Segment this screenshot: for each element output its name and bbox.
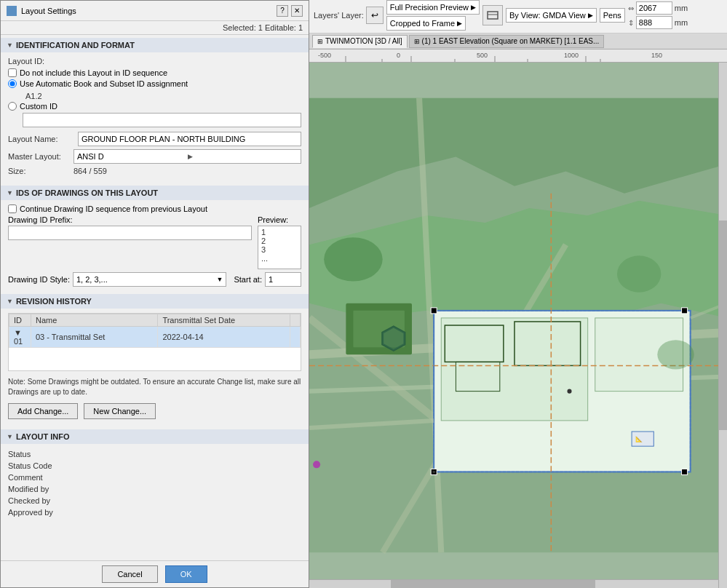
drawing-svg: 📐 [309, 63, 727, 588]
identification-section-header: ▼ IDENTIFICATION AND FORMAT [1, 38, 309, 52]
scrollbar-thumb-v[interactable] [719, 220, 727, 431]
size-row: Size: 864 / 559 [8, 167, 301, 175]
height-input[interactable] [636, 16, 672, 29]
svg-text:-500: -500 [318, 52, 331, 59]
preview-item-2: 2 [261, 237, 298, 245]
help-button[interactable]: ? [277, 5, 288, 17]
custom-id-indent [8, 113, 301, 127]
layout-id-label: Layout ID: [8, 57, 44, 65]
revision-section-header: ▼ REVISION HISTORY [1, 294, 309, 309]
table-row[interactable]: ▼ 01 03 - Transmittal Set 2022-04-14 [9, 327, 301, 348]
layout-name-form-row: Layout Name: [8, 132, 301, 146]
scrollbar-thumb-h[interactable] [391, 580, 595, 588]
full-precision-dropdown[interactable]: Full Precision Preview ▶ [386, 0, 480, 15]
id-style-select[interactable]: 1, 2, 3,... ▼ [73, 272, 226, 287]
ruler-svg: -500 0 500 1000 150 [309, 49, 727, 62]
view-icon-button[interactable] [482, 5, 503, 25]
master-layout-row: Master Layout: ANSI D ▶ [8, 149, 301, 164]
ok-button[interactable]: OK [165, 565, 207, 583]
layout-info-arrow: ▼ [7, 433, 13, 440]
cropped-frame-arrow-icon: ▶ [457, 20, 462, 27]
preview-label: Preview: [258, 215, 288, 224]
revision-scroll-cell [290, 327, 301, 348]
canvas-area: 📐 [309, 63, 727, 588]
dialog-footer: Cancel OK [1, 560, 309, 587]
revision-arrow: ▼ [7, 298, 13, 305]
tab-twinmotion-icon: ⊞ [317, 38, 323, 45]
preview-item-dots: ... [261, 254, 298, 263]
drawing-id-prefix-input[interactable] [8, 226, 252, 240]
identification-section-body: Layout ID: Do not include this Layout in… [1, 52, 309, 183]
revision-note: Note: Some Drawings might be outdated. T… [8, 374, 301, 400]
svg-rect-38 [431, 308, 437, 314]
svg-point-45 [324, 237, 383, 281]
start-at-input[interactable] [265, 272, 301, 287]
preview-list: 1 2 3 ... [258, 226, 301, 269]
tab-east-elevation[interactable]: ⊞ (1) 1 EAST Elevation (Square on MARKET… [409, 35, 605, 48]
size-label: Size: [8, 167, 74, 175]
height-row: ⇕ mm [628, 16, 688, 29]
master-layout-select[interactable]: ANSI D ▶ [74, 149, 301, 164]
drawing-id-grid: Drawing ID Prefix: Preview: 1 2 3 ... [8, 215, 301, 269]
revision-col-extra [290, 314, 301, 327]
vertical-scrollbar[interactable] [718, 63, 727, 588]
tab-east-label: (1) 1 EAST Elevation (Square on MARKET) … [422, 37, 600, 45]
layout-info-modified: Modified by [8, 483, 301, 495]
use-automatic-row: Use Automatic Book and Subset ID assignm… [8, 79, 301, 88]
add-change-button[interactable]: Add Change... [8, 403, 78, 419]
undo-button[interactable]: ↩ [366, 7, 384, 24]
custom-id-input[interactable] [23, 113, 301, 127]
preview-section: Full Precision Preview ▶ Cropped to Fram… [386, 0, 480, 31]
dialog-title: Layout Settings [21, 7, 76, 15]
id-style-value: 1, 2, 3,... [76, 275, 108, 284]
layers-label: Layers' Layer: [314, 11, 364, 20]
svg-text:1000: 1000 [564, 52, 579, 59]
layout-name-input[interactable] [78, 132, 301, 146]
pens-label: Pens [603, 11, 621, 20]
pens-dropdown[interactable]: Pens [600, 8, 625, 23]
svg-rect-0 [488, 12, 498, 19]
do-not-include-label: Do not include this Layout in ID sequenc… [20, 68, 167, 77]
new-change-button[interactable]: New Change... [84, 403, 156, 419]
dialog-title-left: Layout Settings [7, 6, 76, 16]
cropped-frame-dropdown[interactable]: Cropped to Frame ▶ [386, 16, 466, 31]
svg-text:500: 500 [477, 52, 488, 59]
width-icon: ⇔ [628, 4, 634, 12]
layout-info-status: Status [8, 448, 301, 460]
tabs-bar: ⊞ TWINMOTION [3D / All] ⊞ (1) 1 EAST Ele… [309, 33, 727, 49]
use-automatic-radio[interactable] [8, 79, 17, 88]
continue-sequence-checkbox[interactable] [8, 204, 17, 213]
size-input-section: ⇔ mm ⇕ mm [628, 1, 688, 29]
width-input[interactable] [636, 1, 672, 15]
horizontal-scrollbar[interactable] [309, 579, 718, 588]
continue-sequence-row: Continue Drawing ID sequence from previo… [8, 204, 301, 213]
custom-id-radio[interactable] [8, 102, 17, 111]
by-view-dropdown[interactable]: By View: GMDA View ▶ [506, 8, 597, 23]
svg-rect-39 [682, 308, 688, 314]
dialog-icon [7, 6, 17, 16]
revision-table: ID Name Transmittal Set Date ▼ 01 03 - T… [9, 314, 301, 348]
revision-col-name: Name [31, 314, 158, 327]
revision-button-row: Add Change... New Change... [8, 403, 301, 419]
view-svg-icon [487, 9, 498, 21]
tab-east-icon: ⊞ [414, 38, 420, 45]
close-button[interactable]: ✕ [291, 5, 303, 17]
revision-section-body: ID Name Transmittal Set Date ▼ 01 03 - T… [1, 309, 309, 426]
svg-point-44 [432, 470, 435, 473]
tab-twinmotion[interactable]: ⊞ TWINMOTION [3D / All] [312, 35, 408, 48]
revision-id-cell: ▼ 01 [9, 327, 31, 348]
revision-scroll-area[interactable]: ID Name Transmittal Set Date ▼ 01 03 - T… [8, 313, 301, 371]
height-icon: ⇕ [628, 19, 634, 27]
layout-info-approved: Approved by [8, 506, 301, 518]
layout-name-label: Layout Name: [8, 135, 74, 143]
drawings-section-header: ▼ IDS OF DRAWINGS ON THIS LAYOUT [1, 186, 309, 200]
cancel-button[interactable]: Cancel [102, 565, 157, 583]
revision-date-cell: 2022-04-14 [158, 327, 290, 348]
width-row: ⇔ mm [628, 1, 688, 15]
layout-info-comment: Comment [8, 472, 301, 483]
cropped-frame-label: Cropped to Frame [390, 19, 455, 28]
svg-point-47 [657, 340, 694, 369]
drawing-id-prefix-label-row: Drawing ID Prefix: [8, 215, 252, 224]
do-not-include-checkbox[interactable] [8, 68, 17, 77]
dialog-content[interactable]: ▼ IDENTIFICATION AND FORMAT Layout ID: D… [1, 35, 309, 560]
